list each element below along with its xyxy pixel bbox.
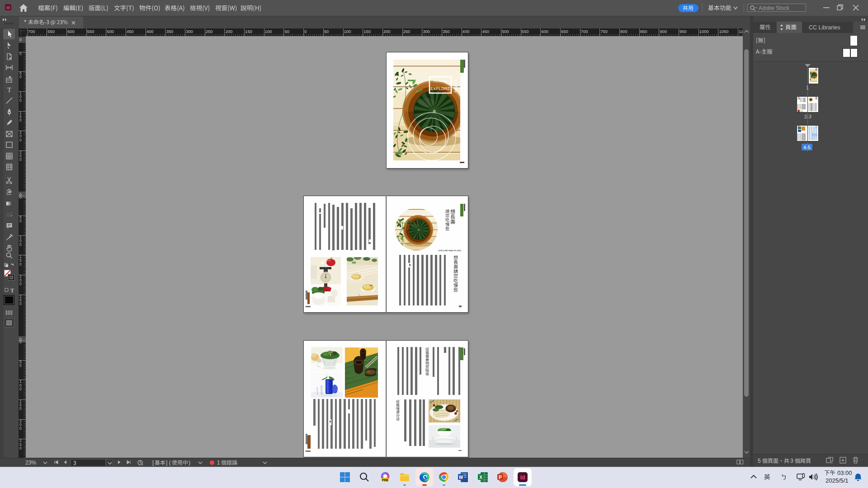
svg-text:PRE: PRE [382, 479, 389, 482]
svg-text:EXPLORE: EXPLORE [430, 86, 450, 91]
svg-text:X: X [479, 475, 482, 480]
svg-text:2025 May: 2025 May [454, 78, 458, 93]
svg-text:Id: Id [520, 474, 525, 481]
svg-text:W: W [459, 475, 463, 480]
svg-text:HEALTH: HEALTH [434, 80, 447, 83]
svg-text:P: P [499, 475, 502, 480]
svg-text:T: T [7, 86, 11, 94]
svg-text:Id: Id [6, 5, 10, 10]
